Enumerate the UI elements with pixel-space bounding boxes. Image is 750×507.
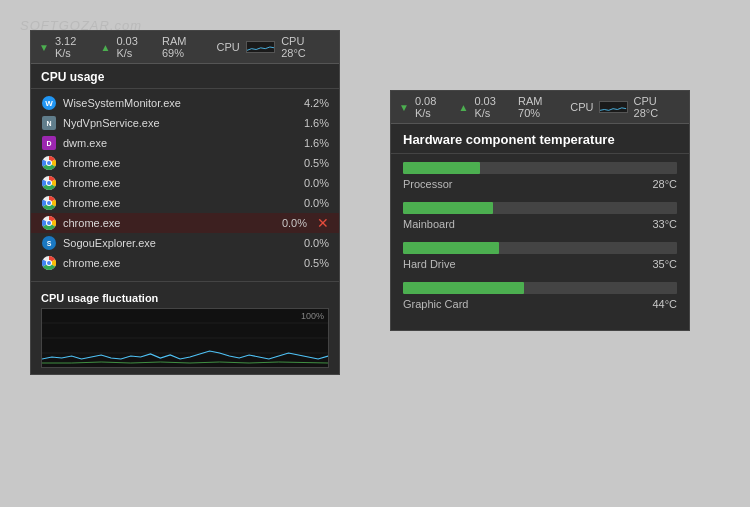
download-arrow-icon: ▼ (39, 42, 49, 53)
process-cpu: 0.5% (294, 157, 329, 169)
cpu-mini-graph (246, 41, 275, 53)
temp-item-mainboard: Mainboard 33°C (403, 202, 677, 230)
process-icon-sogou: S (41, 235, 57, 251)
temp-item-processor: Processor 28°C (403, 162, 677, 190)
right-panel: ▼ 0.08 K/s ▲ 0.03 K/s RAM 70% CPU CPU 28… (390, 90, 690, 331)
table-row[interactable]: W WiseSystemMonitor.exe 4.2% (31, 93, 339, 113)
process-icon-chrome (41, 215, 57, 231)
svg-point-11 (47, 181, 51, 185)
temp-component-value: 35°C (652, 258, 677, 270)
process-name: chrome.exe (63, 217, 266, 229)
svg-text:S: S (47, 240, 52, 247)
graph-label-100: 100% (301, 311, 324, 321)
cpu-temp-right: CPU 28°C (634, 95, 681, 119)
process-icon-chrome (41, 255, 57, 271)
temp-component-name: Hard Drive (403, 258, 456, 270)
cpu-mini-graph-right (599, 101, 627, 113)
ram-stat: RAM 69% (162, 35, 211, 59)
svg-point-17 (47, 221, 51, 225)
temperature-list: Processor 28°C Mainboard 33°C Hard Drive… (391, 154, 689, 330)
process-name: NydVpnService.exe (63, 117, 288, 129)
temp-component-name: Graphic Card (403, 298, 468, 310)
temp-component-value: 33°C (652, 218, 677, 230)
table-row[interactable]: chrome.exe 0.0% ✕ (31, 213, 339, 233)
process-name: chrome.exe (63, 257, 288, 269)
cpu-temp: CPU 28°C (281, 35, 331, 59)
hardware-temp-title: Hardware component temperature (391, 124, 689, 154)
process-cpu: 0.0% (294, 237, 329, 249)
temp-component-value: 44°C (652, 298, 677, 310)
upload-speed-right: 0.03 K/s (474, 95, 512, 119)
process-cpu: 1.6% (294, 117, 329, 129)
upload-speed: 0.03 K/s (116, 35, 156, 59)
temp-bar (403, 202, 493, 214)
process-list: W WiseSystemMonitor.exe 4.2% N NydVpnSer… (31, 89, 339, 277)
process-name: SogouExplorer.exe (63, 237, 288, 249)
temp-item-harddrive: Hard Drive 35°C (403, 242, 677, 270)
process-cpu: 0.0% (294, 177, 329, 189)
process-icon-chrome (41, 155, 57, 171)
download-speed-right: 0.08 K/s (415, 95, 453, 119)
svg-point-8 (47, 161, 51, 165)
cpu-usage-title: CPU usage (31, 64, 339, 89)
process-name: chrome.exe (63, 157, 288, 169)
temp-bar-container (403, 162, 677, 174)
left-panel-header: ▼ 3.12 K/s ▲ 0.03 K/s RAM 69% CPU CPU 28… (31, 31, 339, 64)
temp-component-name: Mainboard (403, 218, 455, 230)
svg-text:D: D (46, 140, 51, 147)
process-icon-nyd: N (41, 115, 57, 131)
process-name: dwm.exe (63, 137, 288, 149)
svg-point-22 (47, 261, 51, 265)
right-panel-header: ▼ 0.08 K/s ▲ 0.03 K/s RAM 70% CPU CPU 28… (391, 91, 689, 124)
left-panel: ▼ 3.12 K/s ▲ 0.03 K/s RAM 69% CPU CPU 28… (30, 30, 340, 375)
table-row[interactable]: chrome.exe 0.0% (31, 173, 339, 193)
table-row[interactable]: D dwm.exe 1.6% (31, 133, 339, 153)
process-cpu: 0.0% (294, 197, 329, 209)
upload-arrow-icon: ▲ (100, 42, 110, 53)
temp-bar (403, 282, 524, 294)
process-name: chrome.exe (63, 197, 288, 209)
temp-component-name: Processor (403, 178, 453, 190)
cpu-label-right: CPU (570, 101, 593, 113)
table-row[interactable]: N NydVpnService.exe 1.6% (31, 113, 339, 133)
fluctuation-title: CPU usage fluctuation (41, 292, 329, 304)
process-icon-chrome (41, 195, 57, 211)
temp-row: Processor 28°C (403, 178, 677, 190)
temp-row: Mainboard 33°C (403, 218, 677, 230)
temp-bar-container (403, 242, 677, 254)
temp-bar-container (403, 282, 677, 294)
upload-arrow-icon-right: ▲ (459, 102, 469, 113)
temp-component-value: 28°C (652, 178, 677, 190)
temp-bar (403, 242, 499, 254)
watermark: SOFTGOZAR.com (20, 18, 142, 33)
download-speed: 3.12 K/s (55, 35, 95, 59)
temp-row: Graphic Card 44°C (403, 298, 677, 310)
process-icon-chrome (41, 175, 57, 191)
svg-text:N: N (46, 120, 51, 127)
table-row[interactable]: S SogouExplorer.exe 0.0% (31, 233, 339, 253)
process-icon-dwm: D (41, 135, 57, 151)
table-row[interactable]: chrome.exe 0.5% (31, 153, 339, 173)
process-name: chrome.exe (63, 177, 288, 189)
temp-bar (403, 162, 480, 174)
svg-point-14 (47, 201, 51, 205)
process-cpu: 0.5% (294, 257, 329, 269)
process-cpu: 4.2% (294, 97, 329, 109)
temp-row: Hard Drive 35°C (403, 258, 677, 270)
process-name: WiseSystemMonitor.exe (63, 97, 288, 109)
cpu-graph: 100% (41, 308, 329, 368)
table-row[interactable]: chrome.exe 0.0% (31, 193, 339, 213)
process-icon-wise: W (41, 95, 57, 111)
cpu-label: CPU (216, 41, 239, 53)
table-row[interactable]: chrome.exe 0.5% (31, 253, 339, 273)
temp-bar-container (403, 202, 677, 214)
close-icon[interactable]: ✕ (317, 215, 329, 231)
process-cpu: 0.0% (272, 217, 307, 229)
svg-text:W: W (45, 99, 53, 108)
process-cpu: 1.6% (294, 137, 329, 149)
download-arrow-icon-right: ▼ (399, 102, 409, 113)
fluctuation-section: CPU usage fluctuation 100% (31, 286, 339, 374)
ram-stat-right: RAM 70% (518, 95, 564, 119)
temp-item-graphiccard: Graphic Card 44°C (403, 282, 677, 310)
